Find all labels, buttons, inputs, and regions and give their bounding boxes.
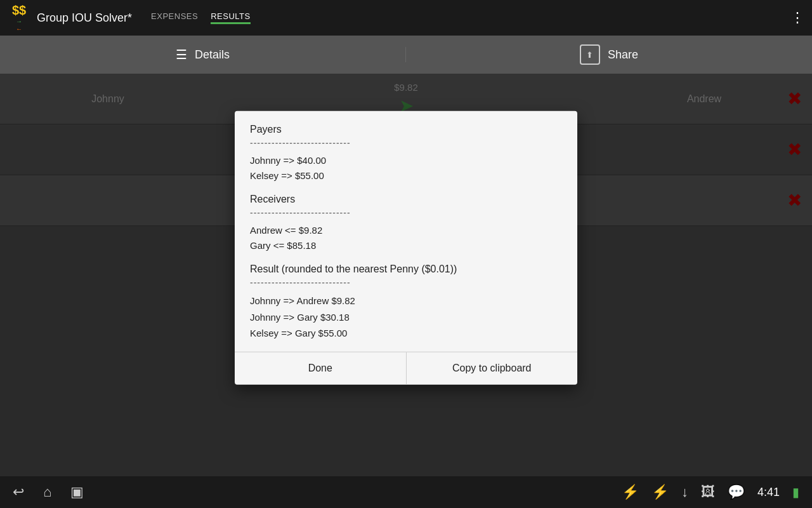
receivers-list: Andrew <= $9.82 Gary <= $85.18 bbox=[250, 223, 562, 253]
arrow-left-icon: ← bbox=[16, 25, 22, 32]
receiver-item-1: Andrew <= $9.82 bbox=[250, 225, 322, 236]
share-tab[interactable]: ⬆ Share bbox=[406, 44, 812, 65]
receivers-title: Receivers bbox=[250, 194, 562, 205]
app-icon: $$ → ← bbox=[8, 6, 30, 29]
dialog-buttons: Done Copy to clipboard bbox=[235, 351, 577, 384]
list-icon: ☰ bbox=[176, 47, 187, 62]
result-item-3: Kelsey => Gary $55.00 bbox=[250, 328, 347, 338]
payers-list: Johnny => $40.00 Kelsey => $55.00 bbox=[250, 153, 562, 184]
result-item-1: Johnny => Andrew $9.82 bbox=[250, 295, 355, 306]
result-title: Result (rounded to the nearest Penny ($0… bbox=[250, 264, 562, 275]
share-icon: ⬆ bbox=[580, 44, 600, 65]
usb-icon: ⚡ bbox=[652, 484, 669, 500]
payers-divider: ---------------------------- bbox=[250, 138, 562, 148]
screenshot-icon: ↓ bbox=[681, 484, 688, 500]
recents-icon[interactable]: ▣ bbox=[70, 484, 84, 500]
details-tab[interactable]: ☰ Details bbox=[0, 47, 406, 62]
receivers-divider: ---------------------------- bbox=[250, 208, 562, 218]
bottom-nav-left: ↩ ⌂ ▣ bbox=[13, 484, 84, 500]
clock-display: 4:41 bbox=[757, 486, 780, 499]
share-label: Share bbox=[608, 48, 638, 62]
message-icon: 💬 bbox=[728, 484, 745, 500]
tab-results[interactable]: RESULTS bbox=[211, 11, 251, 24]
payer-item-2: Kelsey => $55.00 bbox=[250, 170, 324, 181]
app-title: Group IOU Solver* bbox=[37, 11, 132, 25]
receiver-item-2: Gary <= $85.18 bbox=[250, 240, 316, 251]
copy-to-clipboard-button[interactable]: Copy to clipboard bbox=[407, 352, 578, 384]
results-list: Johnny => Andrew $9.82 Johnny => Gary $3… bbox=[250, 293, 562, 342]
bottom-bar: ↩ ⌂ ▣ ⚡ ⚡ ↓ 🖼 💬 4:41 ▮ bbox=[0, 476, 812, 508]
bottom-nav-right: ⚡ ⚡ ↓ 🖼 💬 4:41 ▮ bbox=[622, 484, 799, 500]
dialog-content: Payers ---------------------------- John… bbox=[235, 111, 577, 352]
back-icon[interactable]: ↩ bbox=[13, 484, 24, 500]
result-item-2: Johnny => Gary $30.18 bbox=[250, 311, 350, 322]
dollar-sign: $$ bbox=[12, 4, 26, 17]
done-button[interactable]: Done bbox=[235, 352, 407, 384]
payer-item-1: Johnny => $40.00 bbox=[250, 155, 326, 166]
arrow-right-icon: → bbox=[16, 18, 22, 25]
tab-expenses[interactable]: EXPENSES bbox=[151, 11, 198, 24]
battery-icon: ▮ bbox=[792, 485, 799, 500]
menu-dots-icon[interactable]: ⋮ bbox=[790, 10, 804, 26]
result-divider: ---------------------------- bbox=[250, 277, 562, 288]
details-label: Details bbox=[195, 48, 230, 62]
battery-charging-icon: ⚡ bbox=[622, 484, 639, 500]
screenshot-2-icon: 🖼 bbox=[701, 484, 715, 500]
share-dialog: Payers ---------------------------- John… bbox=[235, 111, 577, 385]
top-bar: $$ → ← Group IOU Solver* EXPENSES RESULT… bbox=[0, 0, 812, 36]
payers-title: Payers bbox=[250, 124, 562, 135]
nav-tabs: EXPENSES RESULTS bbox=[151, 11, 790, 24]
main-content: Johnny $9.82 ➤ Andrew ✖ ➤ ✖ ➤ ✖ Payers -… bbox=[0, 74, 812, 476]
home-icon[interactable]: ⌂ bbox=[43, 484, 51, 500]
sub-header: ☰ Details ⬆ Share bbox=[0, 36, 812, 74]
